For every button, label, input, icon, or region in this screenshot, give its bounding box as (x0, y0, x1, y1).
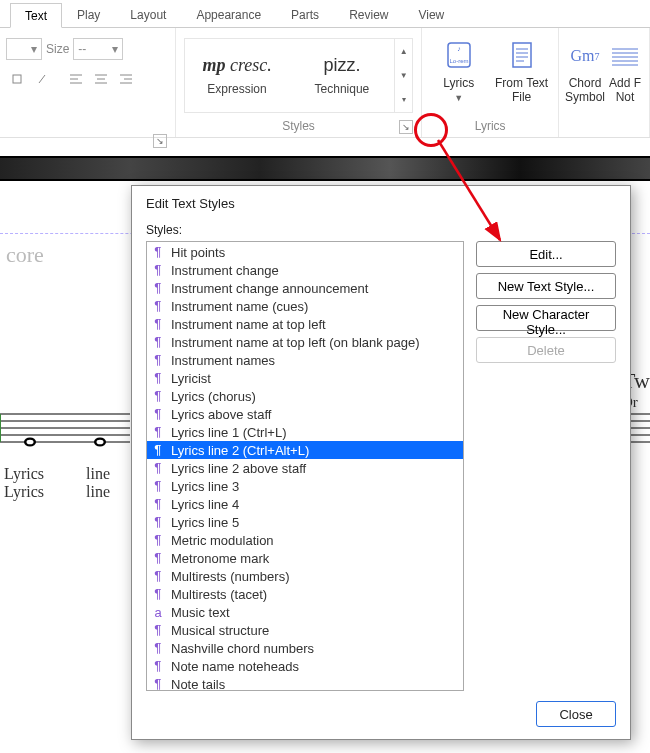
style-list-item[interactable]: ¶Instrument change announcement (147, 279, 463, 297)
from-text-file-button[interactable]: From Text File (491, 36, 552, 117)
tab-review[interactable]: Review (334, 2, 403, 27)
style-list-item[interactable]: ¶Lyrics line 2 above staff (147, 459, 463, 477)
align-left-button[interactable] (65, 68, 87, 90)
style-list-item[interactable]: ¶Multirests (numbers) (147, 567, 463, 585)
svg-line-1 (39, 75, 45, 83)
style-list-item[interactable]: ¶Multirests (tacet) (147, 585, 463, 603)
styles-listbox[interactable]: ¶Hit points¶Instrument change¶Instrument… (146, 241, 464, 691)
new-text-style-button[interactable]: New Text Style... (476, 273, 616, 299)
style-list-item-label: Lyrics line 3 (171, 479, 239, 494)
paragraph-style-icon: ¶ (151, 569, 165, 584)
ribbon-tabs: TextPlayLayoutAppearancePartsReviewView (0, 0, 650, 28)
edit-text-styles-dialog: Edit Text Styles Styles: ¶Hit points¶Ins… (131, 185, 631, 740)
tab-appearance[interactable]: Appearance (181, 2, 276, 27)
style-list-item[interactable]: ¶Instrument name (cues) (147, 297, 463, 315)
font-dropdown[interactable]: ▾ (6, 38, 42, 60)
style-list-item[interactable]: ¶Hit points (147, 243, 463, 261)
style-list-item[interactable]: ¶Nashville chord numbers (147, 639, 463, 657)
italic-button[interactable] (31, 68, 53, 90)
style-list-item-label: Instrument names (171, 353, 275, 368)
tab-text[interactable]: Text (10, 3, 62, 28)
style-list-item[interactable]: ¶Note name noteheads (147, 657, 463, 675)
tab-view[interactable]: View (403, 2, 459, 27)
ribbon: ▾ Size --▾ ↘ mp cresc. Expression (0, 28, 650, 138)
style-list-item-label: Lyricist (171, 371, 211, 386)
score-banner (0, 156, 650, 181)
gallery-up[interactable]: ▲ (395, 39, 412, 63)
paragraph-style-icon: ¶ (151, 623, 165, 638)
paragraph-style-icon: ¶ (151, 371, 165, 386)
style-list-item[interactable]: ¶Lyrics above staff (147, 405, 463, 423)
style-list-item[interactable]: ¶Instrument name at top left (147, 315, 463, 333)
style-list-item[interactable]: ¶Instrument change (147, 261, 463, 279)
style-list-item-label: Note tails (171, 677, 225, 692)
style-list-item[interactable]: ¶Lyrics line 4 (147, 495, 463, 513)
style-list-item-label: Music text (171, 605, 230, 620)
styles-group-launcher[interactable]: ↘ (399, 120, 413, 134)
text-file-icon (504, 38, 540, 74)
style-list-item-label: Note name noteheads (171, 659, 299, 674)
paragraph-style-icon: ¶ (151, 389, 165, 404)
delete-button[interactable]: Delete (476, 337, 616, 363)
lyric-text: Lyrics (4, 483, 44, 501)
paragraph-style-icon: ¶ (151, 299, 165, 314)
align-right-button[interactable] (115, 68, 137, 90)
style-expression[interactable]: mp cresc. Expression (185, 39, 290, 112)
paragraph-style-icon: ¶ (151, 353, 165, 368)
style-list-item[interactable]: ¶Musical structure (147, 621, 463, 639)
style-list-item[interactable]: ¶Lyricist (147, 369, 463, 387)
size-dropdown[interactable]: --▾ (73, 38, 123, 60)
paragraph-style-icon: ¶ (151, 245, 165, 260)
gallery-scroller: ▲ ▼ ▾ (394, 39, 412, 112)
style-list-item-label: Musical structure (171, 623, 269, 638)
gallery-down[interactable]: ▼ (395, 63, 412, 87)
style-list-item-label: Lyrics line 2 above staff (171, 461, 306, 476)
style-technique[interactable]: pizz. Technique (289, 39, 394, 112)
style-list-item[interactable]: aMusic text (147, 603, 463, 621)
lyric-text: line (86, 483, 110, 501)
style-list-item-label: Lyrics above staff (171, 407, 271, 422)
style-list-item[interactable]: ¶Lyrics line 1 (Ctrl+L) (147, 423, 463, 441)
lyrics-group: ♪Lo-rem Lyrics▼ From Text File Lyrics (422, 28, 559, 137)
style-list-item[interactable]: ¶Metronome mark (147, 549, 463, 567)
paragraph-style-icon: ¶ (151, 533, 165, 548)
lyric-text: line (86, 465, 110, 483)
style-list-item[interactable]: ¶Lyrics line 2 (Ctrl+Alt+L) (147, 441, 463, 459)
style-list-item[interactable]: ¶Lyrics (chorus) (147, 387, 463, 405)
svg-point-31 (27, 440, 34, 445)
bold-button[interactable] (6, 68, 28, 90)
paragraph-style-icon: ¶ (151, 551, 165, 566)
gallery-more[interactable]: ▾ (395, 88, 412, 112)
new-character-style-button[interactable]: New Character Style... (476, 305, 616, 331)
add-f-button[interactable]: Add F Not (607, 36, 643, 131)
style-list-item-label: Instrument name (cues) (171, 299, 308, 314)
chord-group: Gm7 Chord Symbol Add F Not (559, 28, 650, 137)
dialog-title: Edit Text Styles (132, 186, 630, 217)
paragraph-style-icon: ¶ (151, 281, 165, 296)
style-list-item[interactable]: ¶Lyrics line 5 (147, 513, 463, 531)
align-center-button[interactable] (90, 68, 112, 90)
tab-layout[interactable]: Layout (115, 2, 181, 27)
edit-button[interactable]: Edit... (476, 241, 616, 267)
tab-play[interactable]: Play (62, 2, 115, 27)
styles-gallery: mp cresc. Expression pizz. Technique ▲ ▼… (184, 38, 414, 113)
style-list-item-label: Lyrics line 1 (Ctrl+L) (171, 425, 286, 440)
paragraph-style-icon: ¶ (151, 461, 165, 476)
chord-symbol-button[interactable]: Gm7 Chord Symbol (565, 36, 605, 131)
close-button[interactable]: Close (536, 701, 616, 727)
lyrics-button[interactable]: ♪Lo-rem Lyrics▼ (428, 36, 489, 117)
style-list-item-label: Instrument name at top left (on blank pa… (171, 335, 420, 350)
style-list-item-label: Instrument change (171, 263, 279, 278)
style-list-item[interactable]: ¶Instrument name at top left (on blank p… (147, 333, 463, 351)
paragraph-style-icon: ¶ (151, 479, 165, 494)
paragraph-style-icon: ¶ (151, 443, 165, 458)
paragraph-style-icon: ¶ (151, 515, 165, 530)
style-list-item[interactable]: ¶Note tails (147, 675, 463, 691)
style-list-item[interactable]: ¶Lyrics line 3 (147, 477, 463, 495)
style-list-item[interactable]: ¶Instrument names (147, 351, 463, 369)
tab-parts[interactable]: Parts (276, 2, 334, 27)
font-group-launcher[interactable]: ↘ (153, 134, 167, 148)
font-group-label: ↘ (6, 131, 169, 135)
style-list-item[interactable]: ¶Metric modulation (147, 531, 463, 549)
paragraph-style-icon: ¶ (151, 659, 165, 674)
